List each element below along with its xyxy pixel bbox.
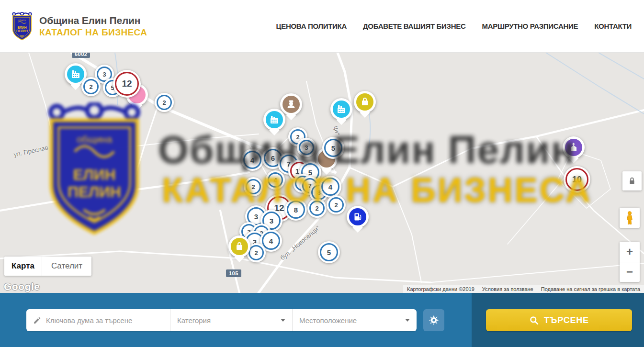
site-title: Община Елин Пелин [39, 15, 147, 26]
map-cluster-8[interactable]: 8 [285, 199, 307, 221]
map-cluster-2[interactable]: 2 [307, 199, 327, 218]
map-canvas[interactable]: 6002105ул. Преславбул. „Новоселци“ци“ 32… [0, 53, 644, 293]
municipality-logo-icon [11, 12, 34, 41]
map-pin-worker[interactable] [280, 93, 302, 115]
road-number-badge: 6002 [72, 53, 90, 58]
map-cluster-4[interactable]: 4 [319, 176, 341, 198]
map-pin-factory[interactable] [263, 109, 285, 131]
map-type-satellite-button[interactable]: Сателит [42, 257, 91, 276]
lock-icon [627, 176, 637, 186]
search-bar: Категория Местоположение ТЪРСЕНЕ [0, 293, 644, 347]
nav-item-contacts[interactable]: КОНТАКТИ [594, 22, 632, 30]
main-nav: ЦЕНОВА ПОЛИТИКА ДОБАВЕТЕ ВАШИЯТ БИЗНЕС М… [276, 22, 632, 30]
map-cluster-5[interactable]: 5 [318, 241, 340, 263]
brand[interactable]: Община Елин Пелин КАТАЛОГ НА БИЗНЕСА [11, 12, 147, 41]
map-cluster-12[interactable]: 12 [113, 70, 141, 98]
location-dropdown-value: Местоположение [299, 316, 357, 325]
pegman-icon [623, 211, 636, 225]
header: Община Елин Пелин КАТАЛОГ НА БИЗНЕСА ЦЕН… [0, 0, 644, 53]
map-pin-factory[interactable] [330, 98, 352, 120]
zoom-out-button[interactable]: − [620, 262, 640, 282]
site-subtitle: КАТАЛОГ НА БИЗНЕСА [39, 27, 147, 38]
map-cluster-2[interactable]: 2 [327, 195, 346, 214]
map-cluster-2[interactable]: 2 [244, 177, 263, 196]
category-dropdown[interactable]: Категория [170, 309, 292, 331]
map-attribution: Картографски данни ©2019 Условия за полз… [403, 285, 644, 293]
location-dropdown[interactable]: Местоположение [292, 309, 417, 331]
map-cluster-10[interactable]: 10 [564, 166, 590, 193]
attribution-report-link[interactable]: Подаване на сигнал за грешка в картата [541, 286, 640, 292]
map-pin-fuel[interactable] [347, 206, 369, 228]
pencil-icon [33, 316, 41, 325]
map-pin-church[interactable] [563, 136, 585, 158]
road-number-badge: 105 [226, 269, 241, 277]
nav-item-add-business[interactable]: ДОБАВЕТЕ ВАШИЯТ БИЗНЕС [363, 22, 465, 30]
search-icon [529, 315, 539, 325]
search-button-label: ТЪРСЕНЕ [544, 315, 589, 325]
nav-item-bus-schedule[interactable]: МАРШРУТНО РАЗПИСАНИЕ [482, 22, 578, 30]
search-button[interactable]: ТЪРСЕНЕ [486, 309, 632, 331]
chevron-down-icon [405, 319, 410, 322]
zoom-in-button[interactable]: + [620, 242, 640, 262]
advanced-search-button[interactable] [423, 309, 444, 331]
keyword-field[interactable] [26, 309, 170, 331]
zoom-control: + − [620, 242, 640, 282]
keyword-input[interactable] [46, 316, 163, 325]
map-pin-bag[interactable] [228, 235, 250, 257]
map-pin-bag[interactable] [354, 91, 376, 113]
map-cluster-4[interactable]: 4 [266, 170, 285, 190]
street-view-pegman-button[interactable] [620, 208, 640, 228]
map-type-map-button[interactable]: Карта [4, 257, 42, 276]
map-cluster-5[interactable]: 5 [322, 137, 344, 159]
map-cluster-2[interactable]: 2 [81, 77, 101, 96]
nav-item-pricing[interactable]: ЦЕНОВА ПОЛИТИКА [276, 22, 347, 30]
attribution-copyright: Картографски данни ©2019 [407, 286, 475, 292]
search-group: Категория Местоположение [26, 309, 417, 331]
street-label: ци“ [332, 125, 341, 135]
category-dropdown-value: Категория [177, 316, 211, 325]
map-type-control: Карта Сателит [4, 257, 91, 276]
gear-icon [428, 314, 440, 326]
lock-button[interactable] [622, 171, 642, 190]
map-cluster-4[interactable]: 4 [241, 149, 263, 171]
map-cluster-3[interactable]: 3 [297, 138, 316, 157]
google-logo[interactable]: Google [4, 281, 40, 292]
attribution-terms-link[interactable]: Условия за ползване [482, 286, 533, 292]
chevron-down-icon [281, 319, 285, 322]
map-cluster-2[interactable]: 2 [155, 93, 174, 112]
